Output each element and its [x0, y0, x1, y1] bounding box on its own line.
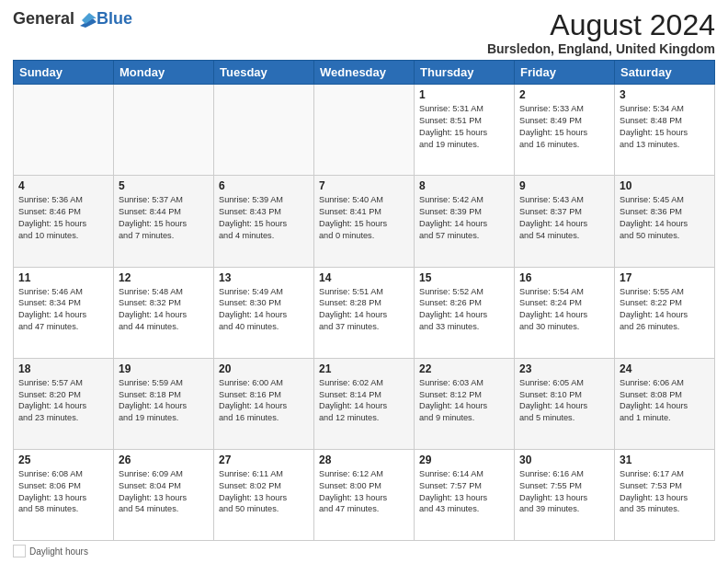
calendar-cell: 27Sunrise: 6:11 AM Sunset: 8:02 PM Dayli…	[214, 449, 314, 540]
calendar-cell	[14, 85, 114, 176]
day-info: Sunrise: 6:09 AM Sunset: 8:04 PM Dayligh…	[119, 468, 209, 516]
calendar-cell: 7Sunrise: 5:40 AM Sunset: 8:41 PM Daylig…	[314, 176, 415, 267]
day-info: Sunrise: 5:45 AM Sunset: 8:36 PM Dayligh…	[620, 194, 710, 242]
daylight-label: Daylight hours	[29, 546, 88, 557]
calendar-week-4: 18Sunrise: 5:57 AM Sunset: 8:20 PM Dayli…	[14, 358, 715, 449]
calendar-header-saturday: Saturday	[615, 61, 715, 85]
calendar-cell: 23Sunrise: 6:05 AM Sunset: 8:10 PM Dayli…	[515, 358, 615, 449]
day-number: 24	[620, 362, 710, 375]
day-number: 18	[18, 362, 108, 375]
day-number: 3	[620, 88, 710, 101]
day-number: 4	[18, 179, 108, 192]
day-info: Sunrise: 5:57 AM Sunset: 8:20 PM Dayligh…	[18, 377, 108, 425]
day-number: 26	[119, 454, 209, 466]
day-info: Sunrise: 6:06 AM Sunset: 8:08 PM Dayligh…	[620, 377, 710, 425]
calendar-week-3: 11Sunrise: 5:46 AM Sunset: 8:34 PM Dayli…	[14, 267, 715, 358]
day-number: 25	[18, 454, 108, 466]
calendar-cell: 21Sunrise: 6:02 AM Sunset: 8:14 PM Dayli…	[314, 358, 415, 449]
day-number: 22	[419, 362, 509, 375]
day-info: Sunrise: 5:59 AM Sunset: 8:18 PM Dayligh…	[119, 377, 209, 425]
calendar-cell: 30Sunrise: 6:16 AM Sunset: 7:55 PM Dayli…	[515, 449, 615, 540]
header: General Blue August 2024 Bursledon, Engl…	[13, 9, 715, 56]
day-number: 30	[519, 454, 609, 466]
calendar-cell: 10Sunrise: 5:45 AM Sunset: 8:36 PM Dayli…	[615, 176, 715, 267]
day-info: Sunrise: 5:52 AM Sunset: 8:26 PM Dayligh…	[419, 286, 509, 334]
calendar-header-wednesday: Wednesday	[314, 61, 415, 85]
day-info: Sunrise: 6:14 AM Sunset: 7:57 PM Dayligh…	[419, 468, 509, 516]
daylight-legend: Daylight hours	[13, 545, 88, 557]
calendar-cell: 19Sunrise: 5:59 AM Sunset: 8:18 PM Dayli…	[114, 358, 214, 449]
calendar-cell: 6Sunrise: 5:39 AM Sunset: 8:43 PM Daylig…	[214, 176, 314, 267]
day-info: Sunrise: 6:00 AM Sunset: 8:16 PM Dayligh…	[219, 377, 309, 425]
calendar-cell: 20Sunrise: 6:00 AM Sunset: 8:16 PM Dayli…	[214, 358, 314, 449]
calendar-cell	[214, 85, 314, 176]
day-number: 29	[419, 454, 509, 466]
day-info: Sunrise: 6:02 AM Sunset: 8:14 PM Dayligh…	[319, 377, 409, 425]
day-info: Sunrise: 6:16 AM Sunset: 7:55 PM Dayligh…	[519, 468, 609, 516]
calendar-cell: 18Sunrise: 5:57 AM Sunset: 8:20 PM Dayli…	[14, 358, 114, 449]
calendar-cell: 12Sunrise: 5:48 AM Sunset: 8:32 PM Dayli…	[114, 267, 214, 358]
logo-general-text: General	[13, 9, 74, 29]
calendar-cell: 3Sunrise: 5:34 AM Sunset: 8:48 PM Daylig…	[615, 85, 715, 176]
calendar-week-2: 4Sunrise: 5:36 AM Sunset: 8:46 PM Daylig…	[14, 176, 715, 267]
day-info: Sunrise: 5:48 AM Sunset: 8:32 PM Dayligh…	[119, 286, 209, 334]
day-number: 2	[519, 88, 609, 101]
day-number: 23	[519, 362, 609, 375]
day-info: Sunrise: 5:37 AM Sunset: 8:44 PM Dayligh…	[119, 194, 209, 242]
calendar-header-friday: Friday	[515, 61, 615, 85]
day-info: Sunrise: 6:12 AM Sunset: 8:00 PM Dayligh…	[319, 468, 409, 516]
day-info: Sunrise: 5:40 AM Sunset: 8:41 PM Dayligh…	[319, 194, 409, 242]
calendar-cell: 9Sunrise: 5:43 AM Sunset: 8:37 PM Daylig…	[515, 176, 615, 267]
calendar-cell: 8Sunrise: 5:42 AM Sunset: 8:39 PM Daylig…	[415, 176, 515, 267]
day-number: 1	[419, 88, 509, 101]
calendar-cell	[314, 85, 415, 176]
day-number: 9	[519, 179, 609, 192]
calendar-table: SundayMondayTuesdayWednesdayThursdayFrid…	[13, 60, 715, 541]
day-info: Sunrise: 6:08 AM Sunset: 8:06 PM Dayligh…	[18, 468, 108, 516]
day-number: 21	[319, 362, 409, 375]
day-number: 27	[219, 454, 309, 466]
day-number: 28	[319, 454, 409, 466]
title-area: August 2024 Bursledon, England, United K…	[487, 9, 715, 56]
day-info: Sunrise: 6:03 AM Sunset: 8:12 PM Dayligh…	[419, 377, 509, 425]
calendar-cell	[114, 85, 214, 176]
day-info: Sunrise: 5:33 AM Sunset: 8:49 PM Dayligh…	[519, 103, 609, 151]
day-info: Sunrise: 5:49 AM Sunset: 8:30 PM Dayligh…	[219, 286, 309, 334]
calendar-header-tuesday: Tuesday	[214, 61, 314, 85]
calendar-cell: 5Sunrise: 5:37 AM Sunset: 8:44 PM Daylig…	[114, 176, 214, 267]
calendar-cell: 25Sunrise: 6:08 AM Sunset: 8:06 PM Dayli…	[14, 449, 114, 540]
logo-blue-text: Blue	[97, 9, 132, 29]
logo-area: General Blue	[13, 9, 132, 29]
calendar-cell: 26Sunrise: 6:09 AM Sunset: 8:04 PM Dayli…	[114, 449, 214, 540]
calendar-cell: 24Sunrise: 6:06 AM Sunset: 8:08 PM Dayli…	[615, 358, 715, 449]
calendar-cell: 22Sunrise: 6:03 AM Sunset: 8:12 PM Dayli…	[415, 358, 515, 449]
day-number: 20	[219, 362, 309, 375]
day-info: Sunrise: 6:17 AM Sunset: 7:53 PM Dayligh…	[620, 468, 710, 516]
calendar-cell: 17Sunrise: 5:55 AM Sunset: 8:22 PM Dayli…	[615, 267, 715, 358]
day-number: 13	[219, 271, 309, 284]
day-info: Sunrise: 6:05 AM Sunset: 8:10 PM Dayligh…	[519, 377, 609, 425]
day-number: 10	[620, 179, 710, 192]
footer: Daylight hours	[13, 545, 715, 557]
day-number: 31	[620, 454, 710, 466]
calendar-cell: 1Sunrise: 5:31 AM Sunset: 8:51 PM Daylig…	[415, 85, 515, 176]
day-info: Sunrise: 5:43 AM Sunset: 8:37 PM Dayligh…	[519, 194, 609, 242]
day-info: Sunrise: 5:51 AM Sunset: 8:28 PM Dayligh…	[319, 286, 409, 334]
day-number: 17	[620, 271, 710, 284]
day-info: Sunrise: 5:46 AM Sunset: 8:34 PM Dayligh…	[18, 286, 108, 334]
calendar-cell: 15Sunrise: 5:52 AM Sunset: 8:26 PM Dayli…	[415, 267, 515, 358]
day-number: 14	[319, 271, 409, 284]
day-number: 16	[519, 271, 609, 284]
day-number: 15	[419, 271, 509, 284]
calendar-week-1: 1Sunrise: 5:31 AM Sunset: 8:51 PM Daylig…	[14, 85, 715, 176]
calendar-header-thursday: Thursday	[415, 61, 515, 85]
day-info: Sunrise: 5:39 AM Sunset: 8:43 PM Dayligh…	[219, 194, 309, 242]
logo: General Blue	[13, 9, 132, 29]
day-info: Sunrise: 5:55 AM Sunset: 8:22 PM Dayligh…	[620, 286, 710, 334]
day-info: Sunrise: 5:34 AM Sunset: 8:48 PM Dayligh…	[620, 103, 710, 151]
calendar-cell: 28Sunrise: 6:12 AM Sunset: 8:00 PM Dayli…	[314, 449, 415, 540]
calendar-cell: 2Sunrise: 5:33 AM Sunset: 8:49 PM Daylig…	[515, 85, 615, 176]
calendar-header-row: SundayMondayTuesdayWednesdayThursdayFrid…	[14, 61, 715, 85]
day-info: Sunrise: 6:11 AM Sunset: 8:02 PM Dayligh…	[219, 468, 309, 516]
day-info: Sunrise: 5:54 AM Sunset: 8:24 PM Dayligh…	[519, 286, 609, 334]
